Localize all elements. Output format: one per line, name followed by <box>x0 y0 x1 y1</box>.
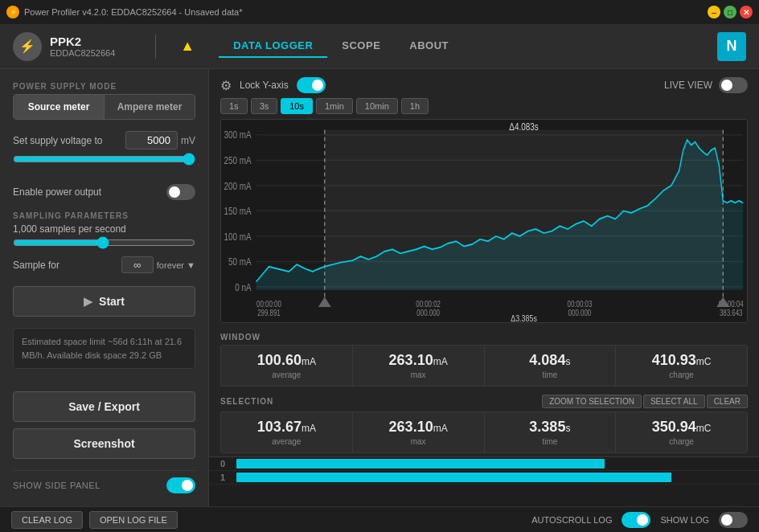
window-stats-header: WINDOW <box>220 333 748 342</box>
device-info: ⚡ PPK2 EDDAC8252664 <box>13 32 115 61</box>
enable-output-toggle[interactable] <box>166 184 195 200</box>
chart-area: ⚙ Lock Y-axis LIVE VIEW 1s 3s 10s <box>209 69 759 328</box>
svg-text:299.891: 299.891 <box>257 309 281 318</box>
show-log-track <box>719 512 748 528</box>
close-button[interactable]: ✕ <box>740 6 753 18</box>
lock-y-toggle[interactable] <box>297 77 326 93</box>
gear-button[interactable]: ⚙ <box>220 78 232 93</box>
selection-stats-grid: 103.67mA average 263.10mA max 3.385s tim… <box>220 411 748 453</box>
svg-text:50 mA: 50 mA <box>228 256 252 267</box>
source-meter-tab[interactable]: Source meter <box>14 95 105 119</box>
sel-time-value: 3.385s <box>493 419 608 436</box>
sel-charge-label: charge <box>624 437 739 446</box>
window-average-label: average <box>229 370 344 379</box>
voltage-value-box: mV <box>125 131 195 149</box>
time-1min[interactable]: 1min <box>316 98 353 114</box>
tab-scope[interactable]: SCOPE <box>327 35 395 58</box>
log-row-1-num: 1 <box>220 473 236 482</box>
svg-text:300 mA: 300 mA <box>224 129 252 140</box>
minimize-button[interactable]: – <box>708 6 720 18</box>
autoscroll-track <box>622 512 650 528</box>
open-log-button[interactable]: OPEN LOG FILE <box>89 511 178 529</box>
power-supply-section: POWER SUPPLY MODE Source meter Ampere me… <box>13 82 195 120</box>
alert-icon: ▲ <box>180 38 195 55</box>
samples-per-second-row: 1,000 samples per second <box>13 223 195 235</box>
svg-text:000.000: 000.000 <box>568 309 592 318</box>
maximize-button[interactable]: □ <box>724 6 736 18</box>
live-view-row: LIVE VIEW <box>664 77 748 93</box>
window-max-value: 263.10mA <box>361 352 476 369</box>
window-time-label: time <box>493 370 608 379</box>
time-10min[interactable]: 10min <box>356 98 398 114</box>
live-view-toggle[interactable] <box>719 77 748 93</box>
title-left: ⚡ Power Profiler v4.2.0: EDDAC8252664 - … <box>6 6 242 18</box>
sidebar: POWER SUPPLY MODE Source meter Ampere me… <box>0 69 209 506</box>
show-log-label: SHOW LOG <box>660 515 709 525</box>
window-max-label: max <box>361 370 476 379</box>
svg-text:200 mA: 200 mA <box>224 181 252 191</box>
svg-text:383.643: 383.643 <box>720 309 743 318</box>
voltage-slider[interactable] <box>13 153 195 166</box>
time-3s[interactable]: 3s <box>251 98 278 114</box>
svg-text:Δ4.083s: Δ4.083s <box>509 121 539 131</box>
sel-charge-cell: 350.94mC charge <box>616 412 747 452</box>
forever-select: ∞ forever ▼ <box>121 256 195 273</box>
mode-tab-group: Source meter Ampere meter <box>13 94 195 120</box>
device-name: PPK2 <box>50 35 115 48</box>
tab-about[interactable]: ABOUT <box>395 35 463 58</box>
time-10s[interactable]: 10s <box>281 98 313 114</box>
screenshot-button[interactable]: Screenshot <box>13 428 195 459</box>
device-details: PPK2 EDDAC8252664 <box>50 35 115 58</box>
play-icon: ▶ <box>84 295 92 308</box>
clear-selection-button[interactable]: CLEAR <box>707 395 748 408</box>
chart-header: ⚙ Lock Y-axis LIVE VIEW <box>220 77 748 93</box>
bottombar: CLEAR LOG OPEN LOG FILE AUTOSCROLL LOG S… <box>0 506 759 532</box>
save-export-button[interactable]: Save / Export <box>13 391 195 422</box>
svg-text:250 mA: 250 mA <box>224 155 252 166</box>
log-row-1: 1 <box>209 471 759 485</box>
autoscroll-toggle[interactable] <box>622 512 650 528</box>
ampere-meter-tab[interactable]: Ampere meter <box>105 95 195 119</box>
info-box: Estimated space limit ~56d 6:11h at 21.6… <box>13 328 195 369</box>
nav-separator <box>155 35 156 59</box>
lock-y-track <box>297 77 326 93</box>
save-export-label: Save / Export <box>68 400 140 413</box>
selection-title: SELECTION <box>220 397 273 406</box>
enable-output-row: Enable power output <box>13 184 195 200</box>
voltage-input[interactable] <box>125 131 178 149</box>
log-area: 0 1 <box>209 456 759 506</box>
zoom-to-selection-button[interactable]: ZOOM TO SELECTION <box>542 395 642 408</box>
svg-text:00:00:00: 00:00:00 <box>256 300 281 309</box>
bottom-left: CLEAR LOG OPEN LOG FILE <box>11 511 178 529</box>
svg-text:000.000: 000.000 <box>416 309 440 318</box>
nav-logo: N <box>717 32 746 61</box>
tab-data-logger[interactable]: DATA LOGGER <box>219 35 327 58</box>
sampling-slider[interactable] <box>13 236 195 249</box>
selection-stats-section: SELECTION ZOOM TO SELECTION SELECT ALL C… <box>209 390 759 456</box>
window-charge-value: 410.93mC <box>624 352 739 369</box>
content-area: ⚙ Lock Y-axis LIVE VIEW 1s 3s 10s <box>209 69 759 506</box>
navbar: ⚡ PPK2 EDDAC8252664 ▲ DATA LOGGER SCOPE … <box>0 24 759 69</box>
svg-text:0 nA: 0 nA <box>235 282 252 293</box>
sampling-label: SAMPLING PARAMETERS <box>13 211 195 220</box>
window-max-cell: 263.10mA max <box>353 346 484 386</box>
log-row-0-num: 0 <box>220 459 236 469</box>
enable-output-label: Enable power output <box>13 186 101 198</box>
chart-wrapper: 300 mA 250 mA 200 mA 150 mA 100 mA 50 mA… <box>220 119 748 323</box>
sel-average-label: average <box>229 437 344 446</box>
show-side-panel-toggle[interactable] <box>166 477 195 493</box>
samples-per-second-text: 1,000 samples per second <box>13 223 126 235</box>
clear-log-button[interactable]: CLEAR LOG <box>11 511 83 529</box>
time-1s[interactable]: 1s <box>220 98 248 114</box>
sel-time-label: time <box>493 437 608 446</box>
sel-max-label: max <box>361 437 476 446</box>
select-all-button[interactable]: SELECT ALL <box>643 395 705 408</box>
live-view-label: LIVE VIEW <box>664 80 712 91</box>
show-log-toggle[interactable] <box>719 512 748 528</box>
toggle-slider-track <box>166 184 195 200</box>
start-button[interactable]: ▶ Start <box>13 286 195 317</box>
forever-dropdown[interactable]: forever ▼ <box>157 260 195 270</box>
power-supply-label: POWER SUPPLY MODE <box>13 82 195 91</box>
time-1h[interactable]: 1h <box>401 98 429 114</box>
voltage-unit: mV <box>181 135 195 146</box>
